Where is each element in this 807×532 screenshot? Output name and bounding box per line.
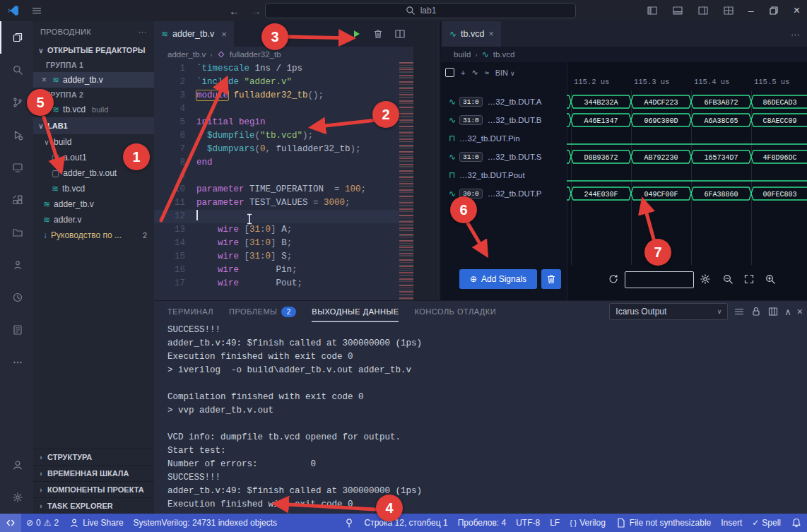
tree-item-tb.vcd[interactable]: ≋tb.vcd [33,181,154,196]
clear-output-icon[interactable] [734,306,745,317]
live-share-icon[interactable] [0,249,33,281]
close-icon[interactable]: × [488,29,493,39]
marker-box-icon[interactable] [445,68,454,77]
output-console[interactable]: SUCCESS!!!adder_tb.v:49: $finish called … [167,324,801,513]
insert-mode-status[interactable]: Insert [716,514,747,532]
live-share-status[interactable]: Live Share [64,514,128,532]
signal-item--32-tb.dut.pout[interactable]: ⊓…32_tb.DUT.Pout [441,166,567,184]
tree-item-a.out1[interactable]: ▢a.out1 [33,150,154,165]
signal-item--32-tb.dut.p[interactable]: ∿30:0…32_tb.DUT.P [441,184,567,203]
run-button[interactable] [351,28,362,40]
multi-wave-icon[interactable]: ≈ [485,69,489,77]
synthesis-status[interactable]: File not synthesizable [611,514,716,532]
project-root-folder[interactable]: ∨ LAB1 [33,117,154,134]
section--[interactable]: ›СТРУКТУРА [33,449,154,465]
language-status[interactable]: { } Verilog [565,514,611,532]
remote-indicator[interactable] [0,514,21,532]
remote-explorer-icon[interactable] [0,151,33,184]
zoom-in-icon[interactable] [762,271,779,288]
format-dropdown[interactable]: BIN ∨ [495,69,515,77]
breadcrumb[interactable]: build › ∿ tb.vcd [441,47,807,62]
tree-item-build[interactable]: ∨build [33,134,154,150]
editor-scrollbar[interactable] [413,21,438,300]
split-editor-icon[interactable] [394,28,406,40]
tab-adder-tb-v[interactable]: ≋ adder_tb.v × [154,21,234,47]
breadcrumb[interactable]: adder_tb.v › fulladder32_tb [154,47,438,62]
close-icon[interactable]: × [221,29,227,40]
layout-panel-icon[interactable] [672,5,683,16]
explorer-icon[interactable] [0,21,33,54]
notebook-icon[interactable] [0,314,33,346]
extensions-icon[interactable] [0,184,33,216]
minimap[interactable] [399,62,413,300]
file-icon: ▢ [52,153,59,162]
section--[interactable]: ›КОМПОНЕНТЫ ПРОЕКТА [33,481,154,497]
refresh-icon[interactable] [605,271,622,288]
gear-icon[interactable] [697,271,714,288]
menu-icon[interactable] [31,5,42,16]
timescale-input[interactable] [625,271,694,288]
tree-item-adder.v[interactable]: ≋adder.v [33,212,154,227]
close-icon[interactable]: × [42,75,49,85]
history-icon[interactable] [0,281,33,314]
layout-secondary-sidebar-icon[interactable] [697,5,709,16]
close-window-icon[interactable]: × [794,4,800,17]
restore-icon[interactable] [768,5,779,16]
section--[interactable]: ›ВРЕМЕННАЯ ШКАЛА [33,465,154,481]
add-marker-icon[interactable]: + [461,69,465,77]
remove-signals-button[interactable] [541,269,561,289]
tree-item-adder-tb.v[interactable]: ≋adder_tb.v [33,196,154,212]
search-icon[interactable] [0,54,33,86]
open-in-editor-icon[interactable] [767,306,779,317]
source-control-icon[interactable] [0,86,33,119]
trash-icon[interactable] [372,28,384,40]
settings-icon[interactable] [0,481,33,514]
panel-tab-выходные-данные[interactable]: ВЫХОДНЫЕ ДАННЫЕ [312,301,399,322]
problems-status[interactable]: ⊘0 ⚠2 [21,514,64,532]
account-icon[interactable] [0,449,33,481]
signal-item--32-tb.dut.b[interactable]: ∿31:0…32_tb.DUT.B [441,111,567,129]
back-icon[interactable]: ← [229,5,240,17]
zoom-out-icon[interactable] [719,271,736,288]
open-editor-item[interactable]: ×≋adder_tb.v [33,72,154,88]
tree-item-adder-tb.v.out[interactable]: ▢adder_tb.v.out [33,165,154,181]
indexer-status[interactable]: SystemVerilog: 24731 indexed objects [129,514,282,532]
minimize-icon[interactable]: – [748,5,754,16]
add-signals-button[interactable]: ⊕ Add Signals [459,269,537,289]
panel-tab-проблемы[interactable]: ПРОБЛЕМЫ2 [229,301,296,322]
run-debug-icon[interactable] [0,119,33,151]
eol-status[interactable]: LF [545,514,565,532]
notifications-bell-icon[interactable] [786,514,807,532]
signal-item--32-tb.dut.a[interactable]: ∿31:0…32_tb.DUT.A [441,93,567,111]
panel-tab-консоль-отладки[interactable]: КОНСОЛЬ ОТЛАДКИ [414,301,496,322]
forward-icon[interactable]: → [251,5,261,17]
signal-item--32-tb.dut.pin[interactable]: ⊓…32_tb.DUT.Pin [441,129,567,148]
close-panel-icon[interactable]: × [797,306,803,317]
analog-wave-icon[interactable]: ∿ [471,68,478,77]
lock-scroll-icon[interactable] [750,306,762,317]
signal-item--32-tb.dut.s[interactable]: ∿31:0…32_tb.DUT.S [441,148,567,166]
library-icon[interactable] [0,216,33,249]
code-editor[interactable]: 1`timescale 1ns / 1ps2`include "adder.v"… [154,62,438,300]
code-text: wire [31:0] S; [196,250,292,264]
sidebar-more-actions-icon[interactable]: ··· [139,28,147,36]
panel-tab-терминал[interactable]: ТЕРМИНАЛ [167,301,213,322]
port-icon[interactable] [338,514,360,532]
encoding-status[interactable]: UTF-8 [511,514,545,532]
section-task-explorer[interactable]: ›TASK EXPLORER [33,497,154,514]
open-editor-item[interactable]: ≋tb.vcdbuild [33,102,154,117]
tab-tb-vcd[interactable]: ∿ tb.vcd × [442,21,501,47]
open-editors-section[interactable]: ∨ ОТКРЫТЫЕ РЕДАКТОРЫ [33,42,154,58]
cursor-position[interactable]: Строка 12, столбец 1 [360,514,453,532]
maximize-panel-icon[interactable]: ∧ [784,307,791,317]
layout-customize-icon[interactable] [723,5,734,16]
zoom-fit-icon[interactable] [741,271,758,288]
layout-sidebar-icon[interactable] [647,5,658,16]
editor-more-actions-icon[interactable]: ··· [791,21,800,47]
command-search-input[interactable]: lab1 [265,3,576,18]
indentation-status[interactable]: Пробелов: 4 [453,514,512,532]
output-channel-select[interactable]: Icarus Output ∨ [609,303,728,320]
tree-item--...[interactable]: ↓Руководство по ...2 [33,227,154,243]
more-icon[interactable] [0,346,33,379]
spell-status[interactable]: ✓ Spell [747,514,786,532]
